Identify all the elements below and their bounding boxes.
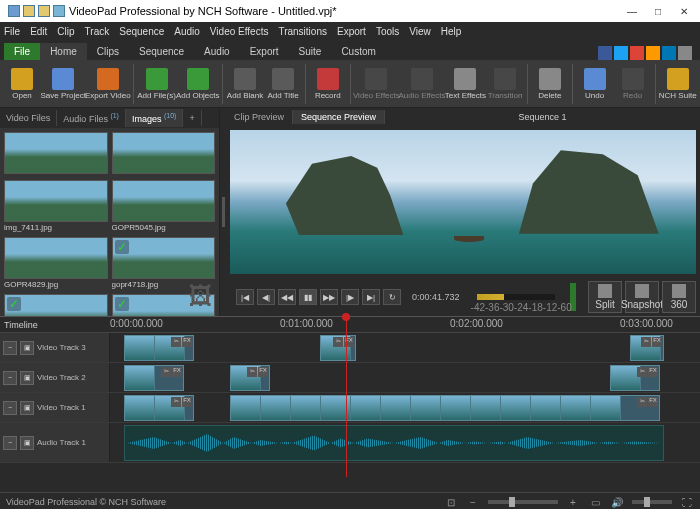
bin-add-tab-button[interactable]: +: [183, 110, 201, 126]
ribbon-record-button[interactable]: Record: [310, 62, 346, 106]
social-link-0[interactable]: [598, 46, 612, 60]
zoom-fit-button[interactable]: ⊡: [444, 495, 458, 509]
menu-view[interactable]: View: [409, 26, 431, 37]
ribbon-add-title-button[interactable]: Add Title: [265, 62, 301, 106]
bin-grid[interactable]: img_7411.jpgGOPR5045.jpgGOPR4829.jpggopr…: [0, 128, 219, 316]
ribbon-text-effects-button[interactable]: Text Effects: [446, 62, 485, 106]
menu-video-effects[interactable]: Video Effects: [210, 26, 269, 37]
ribbon-add-objects-button[interactable]: Add Objects: [177, 62, 218, 106]
rewind-button[interactable]: ◀◀: [278, 289, 296, 305]
media-thumbnail[interactable]: GOPR4829.jpg: [4, 237, 108, 290]
track-content[interactable]: [110, 423, 700, 462]
ribbon-save-project-button[interactable]: Save Project: [42, 62, 84, 106]
menu-audio[interactable]: Audio: [174, 26, 200, 37]
social-link-4[interactable]: [662, 46, 676, 60]
clip-fx-icon[interactable]: FX: [182, 337, 192, 347]
preview-viewport[interactable]: [230, 130, 696, 274]
track-toggle-icon[interactable]: ▣: [20, 401, 34, 415]
bin-tab-video-files[interactable]: Video Files: [0, 110, 57, 126]
clip-fx-icon[interactable]: FX: [652, 337, 662, 347]
menu-track[interactable]: Track: [85, 26, 110, 37]
track-content[interactable]: ✂FX✂FX✂FX: [110, 363, 700, 392]
zoom-slider[interactable]: [488, 500, 558, 504]
scrub-bar[interactable]: [477, 294, 555, 300]
track-header[interactable]: −▣Audio Track 1: [0, 423, 110, 462]
zoom-out-button[interactable]: −: [466, 495, 480, 509]
360-button[interactable]: 360: [662, 281, 696, 313]
ribbon-tab-home[interactable]: Home: [40, 43, 87, 60]
media-thumbnail[interactable]: img_7411.jpg: [4, 180, 108, 233]
maximize-button[interactable]: □: [652, 5, 664, 17]
clip-fx-icon[interactable]: FX: [172, 367, 182, 377]
ribbon-tab-sequence[interactable]: Sequence: [129, 43, 194, 60]
timeline-ruler[interactable]: 0:00:00.0000:01:00.0000:02:00.0000:03:00…: [110, 317, 700, 333]
ribbon-add-blank-button[interactable]: Add Blank: [227, 62, 263, 106]
menu-tools[interactable]: Tools: [376, 26, 399, 37]
track-header[interactable]: −▣Video Track 2: [0, 363, 110, 392]
video-clip[interactable]: ✂FX: [124, 365, 184, 391]
clip-fx-icon[interactable]: ✂: [637, 397, 647, 407]
ribbon-redo-button[interactable]: Redo: [615, 62, 651, 106]
clip-fx-icon[interactable]: FX: [648, 367, 658, 377]
clip-fx-icon[interactable]: ✂: [637, 367, 647, 377]
bin-tab-audio-files[interactable]: Audio Files (1): [57, 109, 126, 127]
menu-sequence[interactable]: Sequence: [119, 26, 164, 37]
ribbon-video-effects-button[interactable]: Video Effects: [355, 62, 399, 106]
clip-fx-icon[interactable]: ✂: [171, 337, 181, 347]
next-frame-button[interactable]: |▶: [341, 289, 359, 305]
social-link-1[interactable]: [614, 46, 628, 60]
ribbon-undo-button[interactable]: Undo: [577, 62, 613, 106]
clip-fx-icon[interactable]: ✂: [333, 337, 343, 347]
clip-fx-icon[interactable]: ✂: [641, 337, 651, 347]
media-thumbnail[interactable]: [4, 132, 108, 176]
track-expand-icon[interactable]: −: [3, 436, 17, 450]
ribbon-tab-custom[interactable]: Custom: [331, 43, 385, 60]
bin-tab-images[interactable]: Images (10): [126, 109, 183, 127]
track-content[interactable]: ✂FX✂FX: [110, 393, 700, 422]
video-clip[interactable]: ✂FX: [610, 365, 660, 391]
track-toggle-icon[interactable]: ▣: [20, 341, 34, 355]
clip-fx-icon[interactable]: ✂: [161, 367, 171, 377]
menu-transitions[interactable]: Transitions: [278, 26, 327, 37]
clip-fx-icon[interactable]: ✂: [171, 397, 181, 407]
clip-fx-icon[interactable]: ✂: [247, 367, 257, 377]
ribbon-add-file-s--button[interactable]: Add File(s): [138, 62, 175, 106]
storyboard-button[interactable]: ▭: [588, 495, 602, 509]
track-toggle-icon[interactable]: ▣: [20, 436, 34, 450]
forward-button[interactable]: ▶▶: [320, 289, 338, 305]
video-clip[interactable]: ✂FX: [230, 365, 270, 391]
qat-open-icon[interactable]: [38, 5, 50, 17]
menu-clip[interactable]: Clip: [57, 26, 74, 37]
ribbon-tab-audio[interactable]: Audio: [194, 43, 240, 60]
track-expand-icon[interactable]: −: [3, 341, 17, 355]
media-thumbnail[interactable]: [112, 132, 216, 176]
split-button[interactable]: Split: [588, 281, 622, 313]
fullscreen-button[interactable]: ⛶: [680, 495, 694, 509]
social-link-5[interactable]: [678, 46, 692, 60]
media-thumbnail[interactable]: GOPR0691.jpg: [4, 294, 108, 316]
track-header[interactable]: −▣Video Track 1: [0, 393, 110, 422]
video-clip[interactable]: ✂FX: [630, 335, 664, 361]
video-clip[interactable]: ✂FX: [230, 395, 660, 421]
clip-fx-icon[interactable]: FX: [258, 367, 268, 377]
tab-sequence-preview[interactable]: Sequence Preview: [293, 110, 385, 124]
qat-new-icon[interactable]: [23, 5, 35, 17]
ribbon-transition-button[interactable]: Transition: [487, 62, 523, 106]
goto-start-button[interactable]: |◀: [236, 289, 254, 305]
menu-file[interactable]: File: [4, 26, 20, 37]
social-link-2[interactable]: [630, 46, 644, 60]
zoom-in-button[interactable]: +: [566, 495, 580, 509]
minimize-button[interactable]: —: [626, 5, 638, 17]
track-expand-icon[interactable]: −: [3, 371, 17, 385]
track-content[interactable]: ✂FX✂FX✂FX: [110, 333, 700, 362]
ribbon-nch-suite-button[interactable]: NCH Suite: [659, 62, 696, 106]
qat-save-icon[interactable]: [53, 5, 65, 17]
volume-slider[interactable]: [632, 500, 672, 504]
loop-button[interactable]: ↻: [383, 289, 401, 305]
ribbon-tab-suite[interactable]: Suite: [289, 43, 332, 60]
menu-edit[interactable]: Edit: [30, 26, 47, 37]
menu-help[interactable]: Help: [441, 26, 462, 37]
ribbon-open-button[interactable]: Open: [4, 62, 40, 106]
video-clip[interactable]: ✂FX: [124, 335, 194, 361]
ribbon-tab-clips[interactable]: Clips: [87, 43, 129, 60]
